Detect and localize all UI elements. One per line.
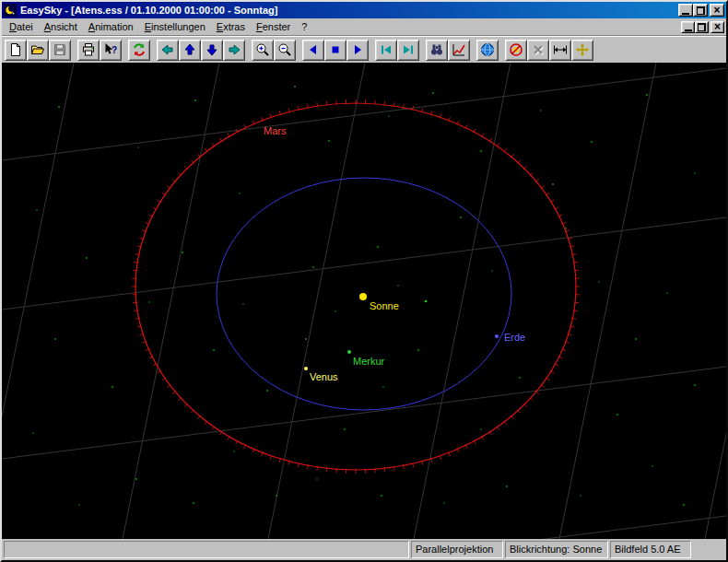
binoculars-icon [429, 42, 444, 57]
toolbar-separator [470, 39, 476, 61]
minimize-button[interactable] [678, 4, 693, 17]
menubar: Datei Ansicht Animation Einstellungen Ex… [2, 18, 726, 36]
save-floppy-icon [53, 42, 67, 57]
open-button[interactable] [27, 40, 49, 61]
svg-text:?: ? [112, 45, 117, 55]
mdi-close-icon: × [714, 21, 721, 32]
pan-up-button[interactable] [179, 40, 201, 61]
new-button[interactable] [5, 40, 27, 61]
new-document-icon [8, 42, 23, 57]
app-icon [4, 4, 17, 17]
step-forward-icon [401, 42, 416, 57]
menu-item-extras[interactable]: Extras [211, 19, 251, 34]
pan-left-button[interactable] [157, 40, 179, 61]
move-arrows-icon [575, 42, 590, 57]
globe-button[interactable] [476, 40, 499, 61]
down-arrow-icon [205, 42, 219, 57]
mdi-minimize-icon [685, 29, 692, 31]
clear-button[interactable] [527, 40, 549, 61]
zoom-out-icon [277, 42, 292, 57]
pan-right-button[interactable] [223, 40, 245, 61]
print-button[interactable] [77, 40, 100, 61]
play-back-icon [306, 42, 321, 57]
chart-line-icon [452, 42, 466, 57]
stop-icon [328, 42, 343, 57]
zoom-in-button[interactable] [252, 40, 274, 61]
status-field-of-view: Bildfeld 5.0 AE [610, 541, 691, 558]
svg-text:Mars: Mars [264, 125, 287, 136]
easysky-window: EasySky - [Atens.ess / 01.10.2000 01:00:… [0, 0, 728, 562]
menu-item-ansicht[interactable]: Ansicht [39, 19, 83, 34]
toolbar-separator [122, 39, 128, 61]
menu-item-help[interactable]: ? [296, 19, 312, 34]
redraw-icon [132, 42, 147, 57]
status-projection: Parallelprojektion [411, 541, 503, 558]
toolbar-separator [419, 39, 426, 61]
toolbar: ? [2, 36, 726, 63]
svg-text:Sonne: Sonne [370, 300, 399, 311]
printer-icon [81, 42, 96, 57]
no-daylight-button[interactable] [505, 40, 527, 61]
gray-x-icon [531, 42, 546, 57]
animate-forward-button[interactable] [346, 40, 369, 61]
sky-svg: MarsSonneMerkurVenusErde [2, 63, 726, 539]
restore-icon [697, 6, 705, 15]
right-arrow-icon [227, 42, 241, 57]
step-forward-button[interactable] [397, 40, 419, 61]
toolbar-separator [245, 39, 252, 61]
find-button[interactable] [426, 40, 448, 61]
toolbar-separator [150, 39, 157, 61]
svg-text:Erde: Erde [504, 332, 525, 343]
horizontal-arrows-icon [553, 42, 568, 57]
animate-back-button[interactable] [302, 40, 324, 61]
menu-item-animation[interactable]: Animation [83, 19, 139, 34]
statusbar: Parallelprojektion Blickrichtung: Sonne … [2, 539, 726, 560]
up-arrow-icon [182, 42, 197, 57]
help-pointer-icon: ? [103, 42, 118, 57]
toolbar-separator [71, 39, 77, 61]
toolbar-separator [369, 39, 375, 61]
svg-text:Merkur: Merkur [353, 356, 385, 367]
window-title: EasySky - [Atens.ess / 01.10.2000 01:00:… [20, 5, 678, 16]
field-width-button[interactable] [549, 40, 571, 61]
pan-down-button[interactable] [201, 40, 223, 61]
mdi-minimize-button[interactable] [681, 21, 695, 33]
mdi-restore-button[interactable] [695, 21, 709, 33]
mdi-restore-icon [698, 23, 706, 31]
zoom-out-button[interactable] [274, 40, 296, 61]
open-folder-icon [30, 42, 45, 57]
center-button[interactable] [571, 40, 593, 61]
globe-icon [480, 42, 495, 57]
status-view-direction: Blickrichtung: Sonne [505, 541, 608, 558]
save-button[interactable] [49, 40, 71, 61]
statusbar-end-spacer [693, 541, 724, 558]
animate-stop-button[interactable] [324, 40, 346, 61]
titlebar: EasySky - [Atens.ess / 01.10.2000 01:00:… [2, 2, 726, 18]
close-button[interactable]: × [710, 4, 724, 17]
no-sign-icon [509, 42, 523, 57]
play-forward-icon [350, 42, 365, 57]
mdi-close-button[interactable]: × [710, 21, 724, 33]
zoom-in-icon [255, 42, 270, 57]
diagram-button[interactable] [448, 40, 470, 61]
redraw-button[interactable] [128, 40, 150, 61]
window-controls: × [678, 4, 724, 17]
toolbar-separator [499, 39, 505, 61]
sky-view[interactable]: MarsSonneMerkurVenusErde [2, 63, 726, 539]
menu-item-datei[interactable]: Datei [4, 19, 39, 34]
toolbar-separator [296, 39, 302, 61]
context-help-button[interactable]: ? [100, 40, 122, 61]
step-back-button[interactable] [375, 40, 397, 61]
restore-button[interactable] [693, 4, 708, 17]
svg-text:Venus: Venus [310, 371, 338, 382]
close-icon: × [713, 5, 720, 16]
minimize-icon [682, 13, 689, 15]
left-arrow-icon [160, 42, 175, 57]
status-message [4, 541, 409, 558]
menu-item-einstellungen[interactable]: Einstellungen [139, 19, 211, 34]
menu-item-fenster[interactable]: Fenster [251, 19, 296, 34]
step-back-icon [379, 42, 393, 57]
